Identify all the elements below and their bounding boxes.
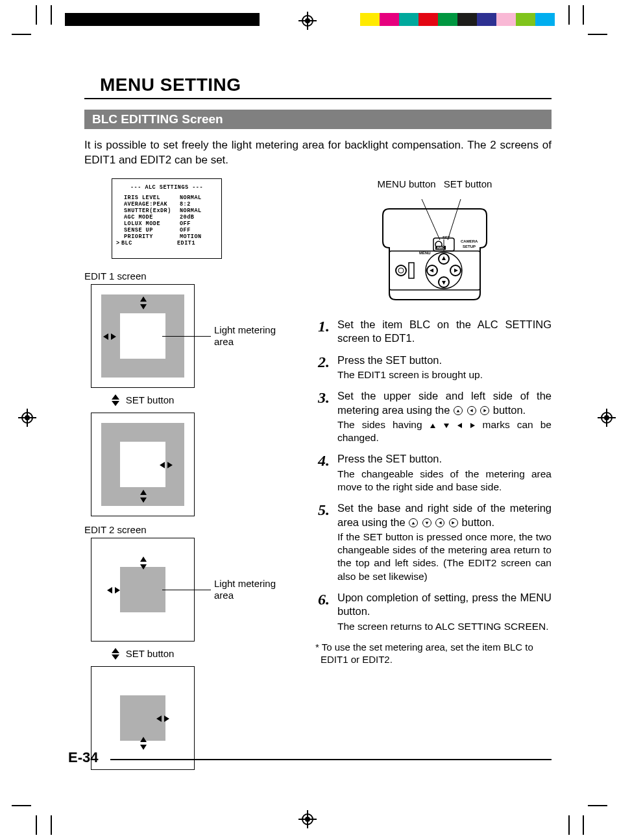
step-4: 4. Press the SET button. The changeable … — [318, 452, 552, 494]
print-color-bars — [360, 13, 555, 26]
up-button-icon — [454, 406, 463, 415]
section-heading: BLC EDITTING Screen — [84, 110, 552, 129]
page-number: E-34 — [68, 749, 98, 766]
alc-menu-row: SHUTTER(ExDR)NORMAL — [116, 208, 217, 214]
right-button-icon — [480, 406, 489, 415]
left-button-icon — [467, 406, 476, 415]
control-panel-figure: SET AWC MENU CAMERA SETUP — [370, 189, 500, 306]
cp-setup-tag: SETUP — [463, 245, 476, 248]
alc-menu-row: AGC MODE20dB — [116, 214, 217, 221]
left-triangle-icon — [457, 423, 462, 428]
right-triangle-icon — [470, 423, 475, 428]
registration-mark-right — [601, 412, 613, 424]
alc-menu-row: LOLUX MODEOFF — [116, 221, 217, 227]
cp-awc-tag: AWC — [435, 246, 446, 250]
cp-set-button-label: SET button — [444, 178, 492, 189]
up-triangle-icon — [430, 424, 435, 428]
alc-settings-menu: --- ALC SETTINGS --- IRIS LEVELNORMALAVE… — [112, 178, 222, 259]
up-down-arrow-icon — [112, 648, 119, 661]
registration-mark-top — [302, 15, 313, 27]
cp-set-tag: SET — [443, 235, 450, 239]
intro-text: It is possible to set freely the light m… — [84, 138, 552, 168]
edit2-label: EDIT 2 screen — [84, 524, 305, 535]
set-button-indicator-2: SET button — [84, 648, 201, 661]
set-button-indicator-1: SET button — [84, 394, 201, 407]
alc-menu-row: >BLCEDIT1 — [116, 240, 217, 246]
registration-mark-left — [21, 412, 33, 424]
alc-menu-row: PRIORITYMOTION — [116, 234, 217, 240]
step-3: 3. Set the upper side and left side of t… — [318, 389, 552, 444]
down-button-icon — [422, 518, 431, 527]
callout-light-metering-2: Light metering area — [214, 578, 292, 601]
alc-menu-row: SENSE UPOFF — [116, 227, 217, 234]
step-5: 5. Set the base and right side of the me… — [318, 501, 552, 582]
alc-menu-title: --- ALC SETTINGS --- — [116, 184, 217, 191]
footnote: * To use the set metering area, set the … — [318, 641, 552, 666]
up-button-icon — [409, 518, 418, 527]
edit2-screen-box-2 — [91, 666, 195, 770]
step-6: 6. Upon completion of setting, press the… — [318, 591, 552, 633]
callout-light-metering-1: Light metering area — [214, 324, 292, 348]
cp-menu-tag: MENU — [419, 251, 431, 255]
alc-menu-row: IRIS LEVELNORMAL — [116, 195, 217, 201]
right-button-icon — [449, 518, 458, 527]
down-triangle-icon — [444, 424, 449, 428]
alc-menu-row: AVERAGE:PEAK8:2 — [116, 201, 217, 208]
registration-mark-bottom — [302, 813, 313, 825]
edit1-screen-box-2 — [91, 413, 195, 516]
up-down-arrow-icon — [112, 394, 119, 407]
page-title: MENU SETTING — [84, 75, 552, 99]
step-1: 1. Set the item BLC on the ALC SETTING s… — [318, 318, 552, 346]
step-2: 2. Press the SET button. The EDIT1 scree… — [318, 354, 552, 382]
cp-menu-button-label: MENU button — [378, 178, 436, 189]
left-button-icon — [435, 518, 444, 527]
cp-camera-tag: CAMERA — [461, 239, 478, 243]
print-black-bar — [65, 13, 260, 26]
edit1-label: EDIT 1 screen — [84, 270, 305, 282]
